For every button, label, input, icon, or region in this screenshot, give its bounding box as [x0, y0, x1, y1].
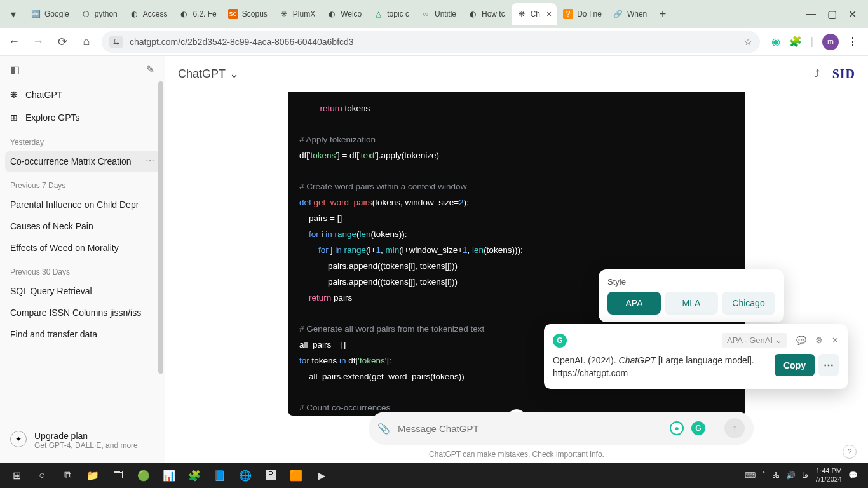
grid-icon: ⊞ — [10, 112, 18, 123]
favicon-google-icon: 🔤 — [31, 9, 41, 19]
task-view-icon[interactable]: ⧉ — [55, 463, 80, 488]
style-chicago-button[interactable]: Chicago — [722, 292, 775, 315]
search-icon[interactable]: ○ — [29, 463, 55, 488]
favicon-drive-icon: △ — [373, 9, 383, 19]
footer-disclaimer: ChatGPT can make mistakes. Check importa… — [165, 450, 868, 459]
tray-clock[interactable]: 1:44 PM 7/1/2024 — [815, 467, 842, 484]
tab-doi[interactable]: ?Do I ne — [558, 3, 607, 25]
reload-button[interactable]: ⟳ — [53, 33, 71, 51]
style-mla-button[interactable]: MLA — [665, 292, 718, 315]
app-icon[interactable]: 🧩 — [182, 463, 207, 488]
chrome-menu-icon[interactable]: ⋮ — [848, 36, 858, 48]
sid-logo[interactable]: SID — [832, 67, 855, 81]
chat-item[interactable]: Find and transfer data — [0, 323, 165, 345]
excel-icon[interactable]: 📊 — [156, 463, 182, 488]
copy-citation-button[interactable]: Copy — [775, 354, 815, 376]
favicon-colab-icon: ∞ — [421, 9, 431, 19]
send-button[interactable]: ↑ — [724, 418, 745, 438]
tab-scopus[interactable]: SCScopus — [223, 3, 273, 25]
tab-label: topic c — [387, 10, 409, 18]
home-button[interactable]: ⌂ — [78, 33, 95, 51]
tray-network-icon[interactable]: 🖧 — [772, 471, 780, 480]
tab-label: Scopus — [242, 10, 268, 18]
tray-notifications-icon[interactable]: 💬 — [848, 471, 858, 480]
collapse-sidebar-icon[interactable]: ◧ — [10, 64, 20, 76]
edge-icon[interactable]: 🌐 — [233, 463, 258, 488]
comment-icon[interactable]: 💬 — [796, 336, 806, 345]
tab-python[interactable]: ⬡python — [76, 3, 123, 25]
tab-label: Do I ne — [577, 10, 602, 18]
start-button[interactable]: ⊞ — [4, 463, 29, 488]
close-tab-icon[interactable]: × — [546, 9, 552, 19]
app-icon[interactable]: 🗔 — [105, 463, 131, 488]
bookmark-icon[interactable]: ☆ — [744, 37, 752, 47]
chat-title: Effects of Weed on Morality — [10, 243, 119, 253]
sidebar-scrollbar[interactable] — [158, 81, 163, 456]
tab-topic[interactable]: △topic c — [368, 3, 414, 25]
chrome-icon[interactable]: 🟢 — [131, 463, 156, 488]
profile-avatar[interactable]: m — [822, 34, 839, 50]
favicon-icon: ◐ — [179, 9, 189, 19]
favicon-icon: ◐ — [327, 9, 337, 19]
tab-62fe[interactable]: ◐6.2. Fe — [173, 3, 221, 25]
message-input[interactable] — [398, 423, 662, 434]
app-icon[interactable]: 🅿 — [258, 463, 283, 488]
tab-google[interactable]: 🔤Google — [25, 3, 74, 25]
settings-icon[interactable]: ⚙ — [815, 336, 823, 345]
upgrade-plan[interactable]: ✦ Upgrade plan Get GPT-4, DALL·E, and mo… — [0, 424, 165, 456]
model-selector[interactable]: ChatGPT ⌄ — [178, 67, 239, 81]
sidebar-item-label: ChatGPT — [25, 90, 62, 100]
tab-howto[interactable]: ◐How tc — [463, 3, 510, 25]
tab-label: 6.2. Fe — [193, 10, 216, 18]
new-tab-button[interactable]: + — [654, 5, 672, 23]
chat-item[interactable]: Effects of Weed on Morality — [0, 237, 165, 259]
app-icon[interactable]: 🟧 — [283, 463, 309, 488]
citation-text: OpenAI. (2024). ChatGPT [Large language … — [553, 354, 767, 380]
share-icon[interactable]: ⤴ — [815, 68, 820, 79]
grammarly-icon[interactable]: G — [691, 421, 705, 435]
grammarly-ext-icon[interactable]: ◉ — [771, 36, 780, 48]
tab-label: When — [627, 10, 647, 18]
tab-untitled[interactable]: ∞Untitle — [416, 3, 461, 25]
help-icon[interactable]: ? — [843, 445, 857, 459]
tab-welcome[interactable]: ◐Welco — [322, 3, 367, 25]
chat-item[interactable]: Co-occurrence Matrix Creation — [5, 151, 159, 172]
style-apa-button[interactable]: APA — [607, 292, 661, 315]
favicon-icon: ◐ — [468, 9, 478, 19]
forward-button[interactable]: → — [29, 33, 47, 51]
tray-volume-icon[interactable]: 🔊 — [786, 471, 796, 480]
media-player-icon[interactable]: ▶ — [309, 463, 334, 488]
tray-language[interactable]: فا — [802, 471, 808, 480]
tab-plumx[interactable]: ✳PlumX — [274, 3, 320, 25]
chat-item[interactable]: Parental Influence on Child Depr — [0, 194, 165, 215]
new-chat-icon[interactable]: ✎ — [146, 64, 154, 76]
word-icon[interactable]: 📘 — [207, 463, 233, 488]
back-button[interactable]: ← — [5, 33, 23, 51]
url-bar[interactable]: ⇆ chatgpt.com/c/2b2d3542-8c99-4aca-8066-… — [102, 31, 760, 53]
chat-item[interactable]: Causes of Neck Pain — [0, 215, 165, 237]
sidebar-item-chatgpt[interactable]: ❋ ChatGPT — [0, 83, 165, 106]
maximize-window-icon[interactable]: ▢ — [827, 8, 837, 20]
citation-more-button[interactable]: ⋯ — [818, 354, 839, 376]
close-icon[interactable]: ✕ — [832, 336, 839, 345]
site-info-icon[interactable]: ⇆ — [109, 36, 123, 48]
tab-label: python — [95, 10, 118, 18]
citation-source-dropdown[interactable]: APA · GenAI ⌄ — [722, 333, 787, 348]
tab-search-dropdown[interactable]: ▾ — [3, 4, 24, 24]
chat-item[interactable]: Compare ISSN Columns jissn/iss — [0, 302, 165, 323]
tab-when[interactable]: 🔗When — [608, 3, 653, 25]
extensions-icon[interactable]: 🧩 — [789, 36, 802, 48]
tray-keyboard-icon[interactable]: ⌨ — [745, 471, 756, 480]
attach-icon[interactable]: 📎 — [377, 423, 390, 435]
tab-chatgpt[interactable]: ❋Ch× — [512, 3, 557, 25]
tab-access[interactable]: ◐Access — [124, 3, 173, 25]
tray-chevron-icon[interactable]: ˄ — [762, 471, 766, 480]
tab-label: Welco — [341, 10, 362, 18]
page-title: ChatGPT — [178, 67, 226, 81]
sidebar-item-explore[interactable]: ⊞ Explore GPTs — [0, 106, 165, 129]
minimize-window-icon[interactable]: — — [806, 8, 816, 20]
file-explorer-icon[interactable]: 📁 — [80, 463, 105, 488]
close-window-icon[interactable]: ✕ — [848, 8, 857, 20]
chat-item[interactable]: SQL Query Retrieval — [0, 280, 165, 302]
grammarly-score-icon[interactable]: ● — [670, 421, 684, 435]
